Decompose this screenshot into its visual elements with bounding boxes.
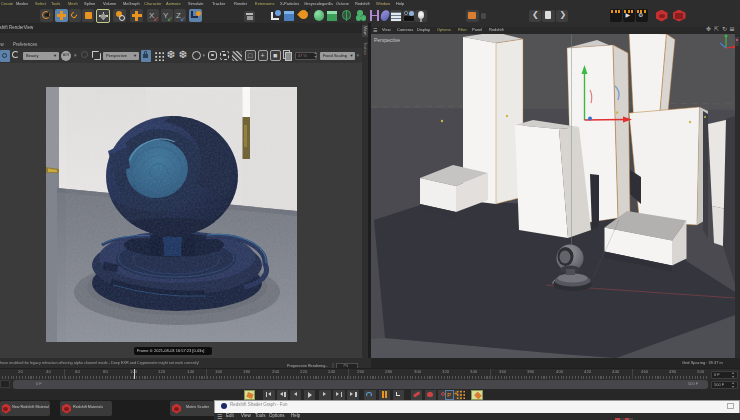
svg-text:Perspective: Perspective — [374, 37, 400, 43]
